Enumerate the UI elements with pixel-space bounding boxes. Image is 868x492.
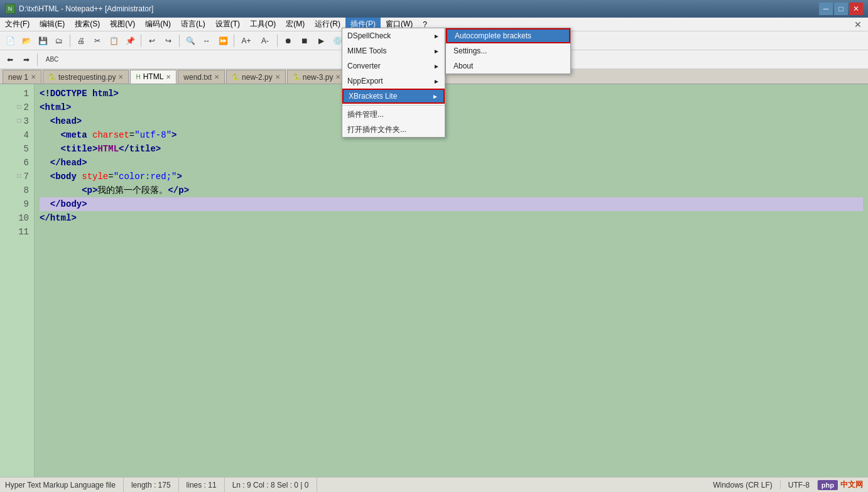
replace-button[interactable]: ↔	[199, 33, 214, 48]
status-encoding: Windows (CR LF)	[713, 481, 781, 489]
tab-new1[interactable]: new 1 ✕	[3, 70, 41, 84]
tab-new2[interactable]: 🐍 new-2.py ✕	[226, 70, 286, 84]
plugin-openfolder[interactable]: 打开插件文件夹...	[342, 122, 445, 137]
code-line-6: </head>	[40, 156, 863, 170]
code-line-1: <!DOCTYPE html>	[40, 87, 863, 101]
plugin-nppexport-label: NppExport	[347, 77, 383, 85]
tab-wend-close[interactable]: ✕	[214, 74, 219, 80]
tab-new3-icon: 🐍	[293, 74, 300, 80]
minimize-button[interactable]: ─	[819, 3, 833, 15]
tab-new1-close[interactable]: ✕	[31, 74, 36, 80]
save-file-button[interactable]: 💾	[35, 33, 50, 48]
plugin-nppexport[interactable]: NppExport ►	[342, 74, 445, 89]
code-html-close: </html>	[40, 213, 77, 223]
macro-rec-button[interactable]: ⏺	[281, 33, 296, 48]
tab-html[interactable]: H HTML ✕	[130, 70, 176, 84]
status-right: Windows (CR LF) UTF-8 php 中文网	[713, 479, 863, 490]
editor-content[interactable]: <!DOCTYPE html> <html> <head> <meta char…	[35, 84, 868, 492]
submenu-about[interactable]: About	[446, 58, 570, 74]
menu-settings[interactable]: 设置(T)	[210, 18, 245, 31]
copy-button[interactable]: 📋	[106, 33, 121, 48]
cut-button[interactable]: ✂	[90, 33, 105, 48]
toolbar2-sep-1	[37, 53, 38, 66]
toolbar-sep-4	[234, 35, 234, 47]
plugin-xbrackets[interactable]: XBrackets Lite ►	[342, 89, 445, 104]
tab-testrequesting[interactable]: 🐍 testrequesting.py ✕	[43, 70, 129, 84]
new-file-button[interactable]: 📄	[3, 33, 18, 48]
code-line-4: <meta charset="utf-8">	[40, 128, 863, 142]
tab-new3-close[interactable]: ✕	[335, 74, 340, 80]
plugin-dspellcheck-arrow: ►	[433, 33, 440, 40]
redo-button[interactable]: ↪	[161, 33, 176, 48]
submenu-autocomplete[interactable]: Autocomplete brackets	[446, 28, 570, 43]
submenu-settings[interactable]: Settings...	[446, 43, 570, 58]
menu-edit[interactable]: 编辑(E)	[35, 18, 70, 31]
plugin-converter-arrow: ►	[433, 63, 440, 70]
plugin-pluginmgr[interactable]: 插件管理...	[342, 107, 445, 122]
findnext-button[interactable]: ⏩	[215, 33, 231, 48]
code-body-close: </body>	[40, 199, 87, 209]
menu-language[interactable]: 语言(L)	[176, 18, 210, 31]
tab-new1-label: new 1	[8, 73, 28, 82]
plugin-dspellcheck-label: DSpellCheck	[347, 31, 391, 40]
tab-wend[interactable]: wend.txt ✕	[178, 70, 225, 84]
menu-run[interactable]: 运行(R)	[310, 18, 345, 31]
line-num-10: 10	[0, 211, 34, 225]
menu-encode[interactable]: 编码(N)	[140, 18, 176, 31]
tab-new3[interactable]: 🐍 new-3.py ✕	[287, 70, 347, 84]
title-bar: N D:\txt\HTML - Notepad++ [Administrator…	[0, 0, 868, 18]
line-num-7: 7	[0, 170, 34, 183]
menu-tools[interactable]: 工具(O)	[245, 18, 281, 31]
title-bar-controls: ─ □ ✕	[819, 3, 863, 15]
code-html-open: <html>	[40, 102, 71, 112]
undo-button[interactable]: ↩	[144, 33, 160, 48]
code-title: <title>HTML</title>	[40, 144, 161, 154]
zoom-in-button[interactable]: A+	[237, 33, 255, 48]
tab-html-close[interactable]: ✕	[166, 74, 171, 80]
tab-new2-close[interactable]: ✕	[275, 74, 280, 80]
maximize-button[interactable]: □	[834, 3, 848, 15]
plugin-mimetools[interactable]: MIME Tools ►	[342, 43, 445, 58]
plugin-xbrackets-arrow: ►	[432, 93, 438, 100]
save-all-button[interactable]: 🗂	[52, 33, 67, 48]
code-line-10: </html>	[40, 211, 863, 225]
tab-testrequesting-icon: 🐍	[48, 74, 56, 80]
open-file-button[interactable]: 📂	[19, 33, 34, 48]
plugin-openfolder-label: 打开插件文件夹...	[347, 124, 406, 135]
plugin-converter[interactable]: Converter ►	[342, 58, 445, 74]
code-line-7: <body style="color:red;">	[40, 170, 863, 183]
cn-badge: 中文网	[840, 479, 863, 490]
code-doctype: <!DOCTYPE html>	[40, 89, 119, 99]
xbrackets-submenu[interactable]: Autocomplete brackets Settings... About	[445, 28, 571, 74]
toolbar2-btn3[interactable]: ABC	[41, 52, 63, 67]
menu-macro[interactable]: 宏(M)	[281, 18, 310, 31]
code-head-close: </head>	[40, 158, 87, 168]
menu-close-button[interactable]: ✕	[848, 18, 868, 31]
toolbar2-btn2[interactable]: ➡	[19, 52, 34, 67]
paste-button[interactable]: 📌	[122, 33, 138, 48]
menu-view[interactable]: 视图(V)	[105, 18, 140, 31]
tab-testrequesting-label: testrequesting.py	[58, 73, 116, 82]
close-window-button[interactable]: ✕	[849, 3, 863, 15]
status-length: length : 175	[124, 478, 179, 492]
window-title: D:\txt\HTML - Notepad++ [Administrator]	[19, 4, 153, 13]
macro-play-button[interactable]: ▶	[313, 33, 328, 48]
menu-search[interactable]: 搜索(S)	[70, 18, 105, 31]
line-num-4: 4	[0, 128, 34, 142]
zoom-out-button[interactable]: A-	[256, 33, 274, 48]
code-line-11	[40, 225, 863, 239]
plugin-dspellcheck[interactable]: DSpellCheck ►	[342, 28, 445, 43]
tab-new2-label: new-2.py	[242, 73, 273, 82]
code-line-3: <head>	[40, 114, 863, 128]
line-num-6: 6	[0, 156, 34, 170]
print-button[interactable]: 🖨	[73, 33, 89, 48]
toolbar-sep-1	[70, 35, 70, 47]
plugins-dropdown-menu[interactable]: DSpellCheck ► MIME Tools ► Converter ► N…	[342, 28, 445, 138]
menu-file[interactable]: 文件(F)	[0, 18, 35, 31]
toolbar2-btn1[interactable]: ⬅	[3, 52, 18, 67]
macro-stop-button[interactable]: ⏹	[297, 33, 312, 48]
find-button[interactable]: 🔍	[183, 33, 198, 48]
line-num-9: 9	[0, 197, 34, 211]
plugin-nppexport-arrow: ►	[433, 78, 440, 85]
tab-testrequesting-close[interactable]: ✕	[118, 74, 123, 80]
